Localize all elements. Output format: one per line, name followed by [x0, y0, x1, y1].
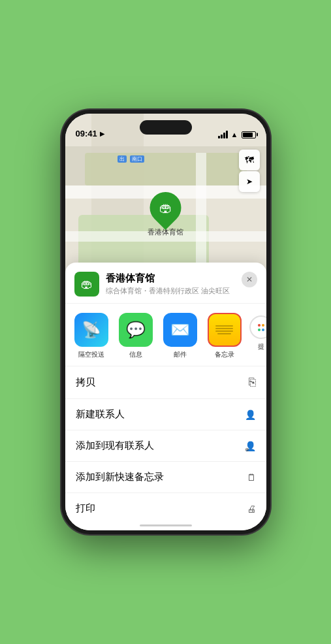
more-icon [249, 315, 266, 339]
close-button[interactable]: ✕ [242, 272, 257, 287]
venue-info: 香港体育馆 综合体育馆・香港特别行政区 油尖旺区 [106, 272, 257, 296]
more-label: 提 [258, 342, 264, 351]
copy-label: 拷贝 [76, 376, 95, 389]
mail-label: 邮件 [174, 350, 187, 359]
action-quick-note[interactable]: 添加到新快速备忘录 🗒 [65, 462, 266, 493]
add-existing-icon: 👤⊕ [245, 441, 256, 451]
mail-icon: ✉️ [163, 313, 197, 347]
sheet-header: 🏟 香港体育馆 综合体育馆・香港特别行政区 油尖旺区 ✕ [65, 263, 266, 304]
share-more[interactable]: 提 [249, 313, 266, 351]
location-arrow-icon: ▶ [100, 131, 104, 137]
map-label-exit: 出 南口 [118, 152, 144, 163]
action-print[interactable]: 打印 🖨 [65, 493, 266, 524]
signal-icon [218, 131, 228, 138]
map-controls: 🗺 ➤ [239, 150, 260, 192]
new-contact-icon: 👤 [245, 410, 256, 420]
message-icon: 💬 [119, 313, 153, 347]
print-icon: 🖨 [247, 504, 256, 514]
dynamic-island [140, 120, 192, 135]
status-icons: ▲ [218, 131, 256, 138]
wifi-icon: ▲ [231, 131, 238, 138]
add-existing-label: 添加到现有联系人 [76, 440, 154, 452]
bottom-sheet: 🏟 香港体育馆 综合体育馆・香港特别行政区 油尖旺区 ✕ 📡 隔空投送 [65, 263, 266, 530]
venue-name: 香港体育馆 [106, 272, 257, 285]
share-mail[interactable]: ✉️ 邮件 [161, 313, 200, 359]
status-time: 09:41 ▶ [76, 129, 104, 138]
notes-icon [208, 313, 242, 347]
print-label: 打印 [76, 502, 95, 515]
notes-label: 备忘录 [215, 350, 234, 359]
map-type-button[interactable]: 🗺 [239, 150, 260, 170]
battery-icon [242, 131, 256, 138]
phone-screen: 09:41 ▶ ▲ [65, 114, 266, 530]
action-new-contact[interactable]: 新建联系人 👤 [65, 399, 266, 430]
venue-description: 综合体育馆・香港特别行政区 油尖旺区 [106, 286, 257, 296]
share-airdrop[interactable]: 📡 隔空投送 [72, 313, 111, 359]
share-message[interactable]: 💬 信息 [116, 313, 155, 359]
quick-note-icon: 🗒 [247, 472, 256, 483]
quick-note-label: 添加到新快速备忘录 [76, 471, 164, 483]
share-notes[interactable]: 备忘录 [205, 313, 244, 359]
location-button[interactable]: ➤ [239, 171, 260, 192]
action-add-existing[interactable]: 添加到现有联系人 👤⊕ [65, 430, 266, 462]
message-label: 信息 [129, 350, 142, 359]
location-pin: 🏟 香港体育馆 [148, 192, 183, 237]
action-copy[interactable]: 拷贝 ⎘ [65, 366, 266, 399]
airdrop-label: 隔空投送 [78, 350, 104, 359]
home-indicator [140, 524, 192, 526]
new-contact-label: 新建联系人 [76, 408, 125, 421]
time-label: 09:41 [76, 129, 97, 138]
action-list: 拷贝 ⎘ 新建联系人 👤 添加到现有联系人 👤⊕ 添加到新快速备忘录 🗒 [65, 366, 266, 524]
phone-frame: 09:41 ▶ ▲ [61, 110, 270, 534]
venue-icon: 🏟 [74, 272, 99, 297]
copy-icon: ⎘ [249, 376, 256, 389]
airdrop-icon: 📡 [74, 313, 108, 347]
share-row: 📡 隔空投送 💬 信息 ✉️ 邮件 [65, 304, 266, 366]
venue-pin-icon: 🏟 [159, 201, 172, 216]
